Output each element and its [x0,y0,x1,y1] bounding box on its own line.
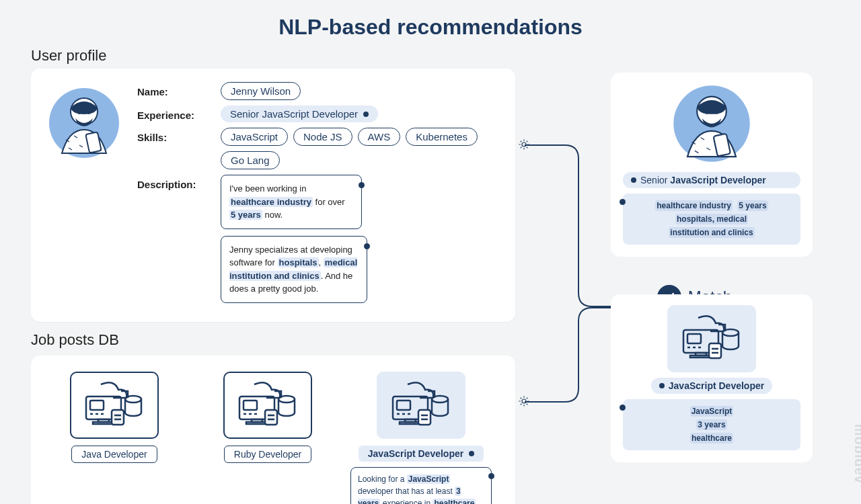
dot-icon [631,177,636,183]
value-experience: Senior JavaScript Developer [221,106,378,122]
dot-icon [659,383,665,388]
job-ruby: Ruby Developer [200,372,335,463]
job-description: Looking for a JavaScript developer that … [350,467,492,505]
watermark: mobidev [852,424,861,484]
svg-point-42 [522,142,526,146]
job-title: Java Developer [71,446,157,463]
skill-pill: Node JS [293,128,352,146]
svg-point-2 [78,112,81,114]
description-box-2: Jenny specializes at developing software… [221,236,367,303]
svg-point-46 [705,111,708,114]
server-icon [667,305,756,372]
job-java: Java Developer [47,372,182,463]
label-skills: Skills: [137,128,210,143]
label-name: Name: [137,82,210,97]
section-user-profile: User profile [31,47,515,65]
skill-pill: JavaScript [221,128,288,146]
value-name: Jenny Wilson [221,82,301,100]
svg-rect-28 [265,410,277,425]
extracted-job-card: JavaScript Developer JavaScript 3 years … [611,294,813,462]
label-experience: Experience: [137,106,210,121]
svg-rect-39 [418,410,430,425]
server-icon [70,372,159,439]
dot-icon [359,182,365,188]
dot-icon [469,451,474,456]
server-icon [377,372,465,439]
svg-rect-54 [687,334,701,343]
extracted-profile-card: Senior JavaScript Developer healthcare i… [611,73,813,257]
job-title: JavaScript Developer [359,446,484,462]
page-title: NLP-based recommendations [0,0,861,40]
extracted-job-title: JavaScript Developer [651,378,772,394]
svg-point-3 [87,112,90,114]
svg-point-47 [715,111,718,114]
svg-rect-21 [244,401,257,410]
dot-icon [488,473,494,479]
svg-rect-32 [397,401,410,410]
gear-icon [518,395,530,407]
job-javascript: JavaScript Developer Looking for a JavaS… [354,372,488,505]
dot-icon [620,199,626,205]
extracted-job-tags: JavaScript 3 years healthcare [623,399,800,450]
skill-pill: Kubernetes [406,128,478,146]
extracted-title: Senior JavaScript Developer [623,172,800,188]
server-icon [223,372,312,439]
avatar [671,83,752,167]
dot-icon [364,243,370,249]
skills-list: JavaScript Node JS AWS Kubernetes Go Lan… [221,128,499,169]
skill-pill: AWS [358,128,401,146]
dot-icon [620,405,626,411]
svg-point-43 [522,399,526,403]
label-description: Description: [137,175,210,190]
extracted-profile-tags: healthcare industry 5 years hospitals, m… [623,194,800,245]
job-title: Ruby Developer [224,446,311,463]
svg-rect-61 [709,343,721,358]
description-box-1: I've been working in healthcare industry… [221,175,362,229]
svg-rect-10 [90,401,104,410]
dot-icon [363,112,369,117]
avatar [47,86,121,163]
gear-icon [518,138,530,151]
jobs-card: Java Developer Ruby Developer JavaScript… [31,355,515,505]
user-profile-card: Name: Jenny Wilson Experience: Senior Ja… [31,69,515,322]
svg-rect-17 [112,410,124,425]
section-job-posts: Job posts DB [31,331,515,349]
skill-pill: Go Lang [221,151,280,169]
